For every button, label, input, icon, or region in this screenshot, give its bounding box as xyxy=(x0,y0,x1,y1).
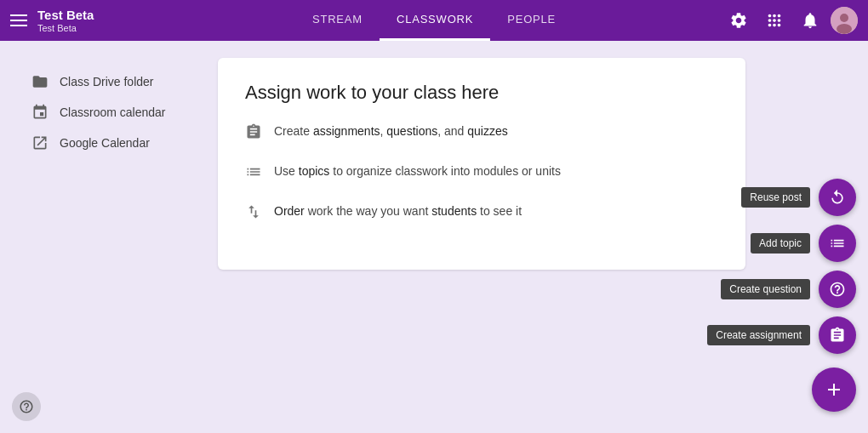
calendar-icon xyxy=(31,104,49,121)
help-button[interactable] xyxy=(12,392,41,421)
settings-icon[interactable] xyxy=(723,5,754,36)
external-link-icon xyxy=(31,134,49,151)
list-icon xyxy=(245,163,262,187)
add-topic-tooltip: Add topic xyxy=(751,233,810,254)
tab-stream[interactable]: STREAM xyxy=(295,0,380,41)
sidebar-item-class-drive-folder[interactable]: Class Drive folder xyxy=(17,66,204,97)
fab-panel: Reuse post Add topic Create question Cre… xyxy=(707,179,868,412)
sidebar-item-google-calendar[interactable]: Google Calendar xyxy=(17,128,204,158)
create-assignment-tooltip: Create assignment xyxy=(707,325,810,345)
sort-icon xyxy=(245,203,262,227)
assign-card-title: Assign work to your class here xyxy=(245,82,718,104)
tab-people[interactable]: PEOPLE xyxy=(490,0,573,41)
menu-icon[interactable] xyxy=(10,14,27,26)
reuse-post-button[interactable] xyxy=(819,179,856,216)
svg-point-2 xyxy=(837,24,852,34)
top-nav: Test Beta Test Beta STREAM CLASSWORK PEO… xyxy=(0,0,868,41)
main-add-button[interactable] xyxy=(812,367,856,412)
assign-item-text-create: Create assignments, questions, and quizz… xyxy=(274,122,508,140)
assignment-icon xyxy=(245,123,262,147)
assign-item-create: Create assignments, questions, and quizz… xyxy=(245,122,718,147)
nav-icons xyxy=(723,5,858,36)
reuse-post-tooltip: Reuse post xyxy=(741,187,810,208)
assign-item-topics: Use topics to organize classwork into mo… xyxy=(245,162,718,187)
avatar[interactable] xyxy=(831,7,858,34)
fab-row-create-assignment: Create assignment xyxy=(707,316,856,354)
svg-point-1 xyxy=(840,14,848,22)
brand: Test Beta Test Beta xyxy=(37,8,94,33)
folder-icon xyxy=(31,73,49,90)
sidebar: Class Drive folder Classroom calendar Go… xyxy=(17,58,204,433)
create-assignment-button[interactable] xyxy=(819,316,856,354)
create-question-tooltip: Create question xyxy=(721,279,810,299)
brand-title: Test Beta xyxy=(37,8,94,23)
nav-tabs: STREAM CLASSWORK PEOPLE xyxy=(295,0,573,41)
add-topic-button[interactable] xyxy=(819,225,856,262)
sidebar-item-label: Google Calendar xyxy=(60,136,150,150)
sidebar-item-label: Class Drive folder xyxy=(60,75,153,88)
sidebar-item-label: Classroom calendar xyxy=(60,105,166,119)
apps-icon[interactable] xyxy=(759,5,790,36)
sidebar-item-classroom-calendar[interactable]: Classroom calendar xyxy=(17,97,204,128)
tab-classwork[interactable]: CLASSWORK xyxy=(380,0,490,41)
assign-item-text-order: Order work the way you want students to … xyxy=(274,202,522,220)
fab-row-main-add xyxy=(812,362,856,412)
create-question-button[interactable] xyxy=(819,271,856,308)
fab-row-reuse: Reuse post xyxy=(741,179,856,216)
fab-row-create-question: Create question xyxy=(721,271,856,308)
assign-card: Assign work to your class here Create as… xyxy=(218,58,745,270)
brand-subtitle: Test Beta xyxy=(37,23,94,33)
assign-item-text-topics: Use topics to organize classwork into mo… xyxy=(274,162,561,180)
notifications-icon[interactable] xyxy=(795,5,825,36)
fab-row-add-topic: Add topic xyxy=(751,225,856,262)
assign-item-order: Order work the way you want students to … xyxy=(245,202,718,227)
